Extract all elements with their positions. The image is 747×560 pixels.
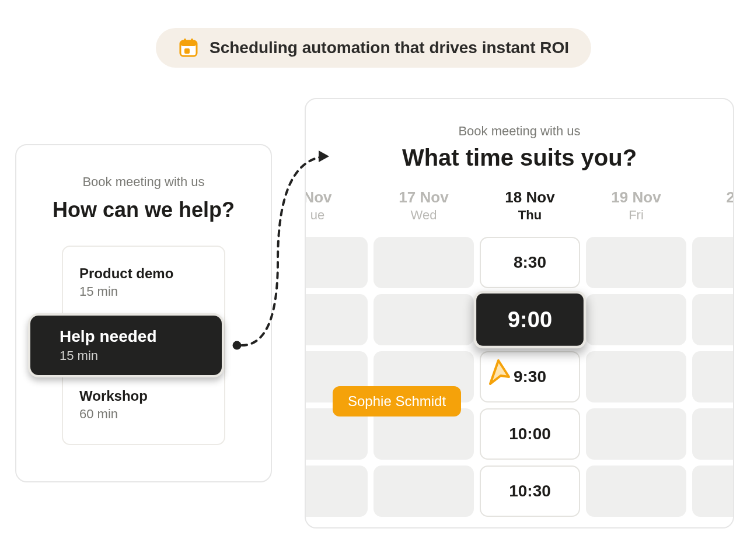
meeting-type-duration: 15 min xyxy=(60,348,205,363)
svg-rect-3 xyxy=(184,38,186,43)
timeslot-unavailable xyxy=(692,351,734,402)
headline-pill: Scheduling automation that drives instan… xyxy=(156,28,591,68)
meeting-type-list: Product demo 15 min Help needed 15 min W… xyxy=(62,246,225,445)
meeting-type-duration: 60 min xyxy=(79,407,208,422)
timeslot-unavailable xyxy=(692,408,734,460)
meeting-type-name: Workshop xyxy=(79,388,208,404)
meeting-type-card: Book meeting with us How can we help? Pr… xyxy=(15,144,272,482)
timeslot-unavailable xyxy=(374,466,474,517)
day-col-active[interactable]: 18 Nov Thu xyxy=(480,188,580,223)
timeslot[interactable]: 8:30 xyxy=(480,237,580,288)
day-weekday: Sa xyxy=(692,208,734,223)
timeslot-unavailable xyxy=(692,294,734,345)
headline-text: Scheduling automation that drives instan… xyxy=(210,38,569,57)
day-header-row: Nov ue 17 Nov Wed 18 Nov Thu 19 Nov Fri … xyxy=(305,188,734,237)
timeslot-unavailable xyxy=(305,294,368,345)
timeslot-grid: 8:30 9:00 9:30 10:00 xyxy=(305,237,734,517)
timeslot-unavailable xyxy=(305,237,368,288)
day-weekday: Fri xyxy=(586,208,686,223)
timeslot[interactable]: 9:30 xyxy=(480,351,580,402)
calendar-icon xyxy=(178,37,199,58)
meeting-type-option-selected[interactable]: Help needed 15 min xyxy=(28,313,224,377)
day-date: 17 Nov xyxy=(374,188,474,206)
timeslot-row: 8:30 xyxy=(305,237,734,288)
right-subtitle: Book meeting with us xyxy=(306,124,733,139)
day-weekday: Wed xyxy=(374,208,474,223)
day-col[interactable]: 19 Nov Fri xyxy=(586,188,686,223)
left-subtitle: Book meeting with us xyxy=(41,174,246,190)
timeslot-selected[interactable]: 9:00 xyxy=(474,291,587,349)
timeslot-unavailable xyxy=(692,466,734,517)
day-col[interactable]: 17 Nov Wed xyxy=(374,188,474,223)
meeting-type-duration: 15 min xyxy=(79,284,208,299)
timeslot-unavailable xyxy=(374,237,474,288)
timeslot[interactable]: 10:00 xyxy=(480,408,580,460)
timeslot-unavailable xyxy=(586,294,686,345)
timeslot-unavailable xyxy=(586,351,686,402)
meeting-type-name: Product demo xyxy=(79,265,208,282)
timeslot-row: 10:30 xyxy=(305,466,734,517)
timeslot-unavailable xyxy=(586,408,686,460)
svg-rect-1 xyxy=(180,41,197,46)
timeslot-unavailable xyxy=(305,466,368,517)
svg-rect-4 xyxy=(191,38,193,43)
day-col[interactable]: 20 N Sa xyxy=(692,188,734,223)
timeslot[interactable]: 10:30 xyxy=(480,466,580,517)
timeslot-row: 9:00 xyxy=(305,294,734,345)
timeslot-unavailable xyxy=(692,237,734,288)
booking-card: Book meeting with us What time suits you… xyxy=(305,98,734,528)
meeting-type-name: Help needed xyxy=(60,327,205,346)
day-weekday: Thu xyxy=(480,208,580,223)
timeslot-unavailable xyxy=(586,237,686,288)
day-col[interactable]: Nov ue xyxy=(305,188,368,223)
cursor-user-label: Sophie Schmidt xyxy=(333,386,461,416)
day-date: 20 N xyxy=(692,188,734,206)
day-date: 18 Nov xyxy=(480,188,580,206)
right-title: What time suits you? xyxy=(306,145,733,171)
meeting-type-option[interactable]: Product demo 15 min xyxy=(63,260,224,309)
left-title: How can we help? xyxy=(41,198,246,222)
meeting-type-option[interactable]: Workshop 60 min xyxy=(63,382,224,431)
timeslot-unavailable xyxy=(586,466,686,517)
day-date: 19 Nov xyxy=(586,188,686,206)
day-date: Nov xyxy=(305,188,368,206)
timeslot-unavailable xyxy=(374,294,474,345)
svg-rect-2 xyxy=(184,48,190,54)
day-weekday: ue xyxy=(305,208,368,223)
